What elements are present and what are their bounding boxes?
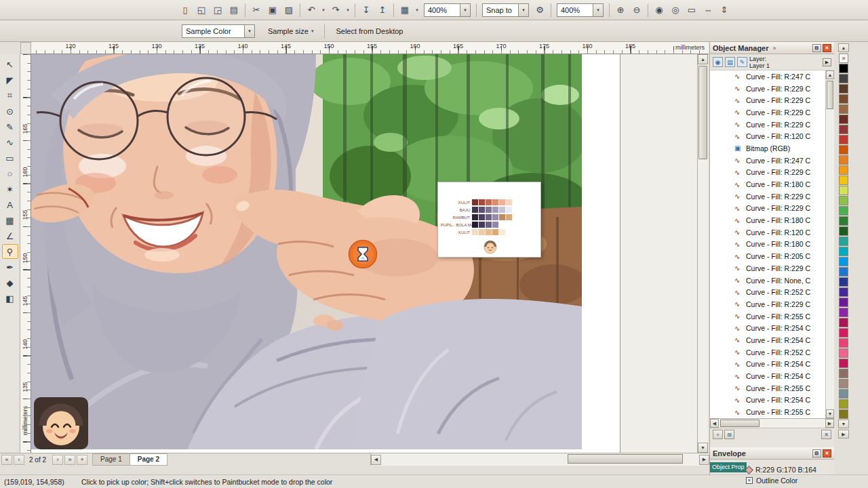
object-manager-item[interactable]: ∿Curve - Fill: R:229 C — [710, 190, 825, 203]
object-manager-item[interactable]: ∿Curve - Fill: R:180 C — [710, 239, 825, 251]
layer-visibility-icon[interactable]: ◉ — [713, 57, 723, 67]
palette-swatch[interactable] — [839, 369, 848, 378]
scroll-left-button[interactable]: ◀ — [710, 419, 719, 428]
object-manager-item[interactable]: ∿Curve - Fill: R:205 C — [710, 250, 825, 262]
offpage-desktop-area[interactable] — [620, 54, 697, 453]
next-page-button[interactable]: › — [52, 455, 63, 465]
object-manager-item[interactable]: ∿Curve - Fill: R:229 C — [710, 106, 825, 119]
object-manager-item[interactable]: ∿Curve - Fill: R:254 C — [710, 322, 825, 334]
shape-tool[interactable]: ◤ — [2, 73, 18, 87]
canvas-area[interactable]: KULITBAJURAMBUTPUPIL - BOLA MATAKULIT — [31, 54, 697, 453]
palette-swatch[interactable] — [839, 308, 848, 317]
docker-close-button[interactable]: ✕ — [823, 449, 831, 458]
object-manager-item[interactable]: ∿Curve - Fill: R:229 C — [710, 203, 825, 215]
palette-swatch[interactable] — [839, 206, 848, 216]
object-manager-item[interactable]: ∿Curve - Fill: R:229 C — [710, 94, 825, 106]
color-eyedropper-tool[interactable]: ⚲ — [2, 244, 18, 259]
zoom-in-button[interactable]: ⊕ — [613, 3, 628, 18]
zoom-levels-combo[interactable]: 400%▾ — [424, 3, 471, 17]
page-tab-page-2[interactable]: Page 2 — [130, 453, 167, 466]
palette-swatch[interactable] — [839, 94, 848, 104]
palette-flyout-button[interactable]: ▶ — [838, 430, 849, 439]
object-manager-title-bar[interactable]: Object Manager » ⊟ ✕ — [710, 42, 834, 54]
palette-swatch[interactable] — [839, 298, 848, 307]
object-manager-item[interactable]: ∿Curve - Fill: R:254 C — [710, 334, 825, 346]
palette-swatch[interactable] — [839, 104, 848, 114]
chevron-down-icon[interactable]: ▾ — [460, 4, 470, 16]
canvas-horizontal-scrollbar[interactable]: ◀ ▶ — [370, 453, 709, 466]
scroll-left-button[interactable]: ◀ — [371, 455, 381, 465]
palette-swatch[interactable] — [839, 135, 848, 144]
zoom-tool[interactable]: ⊙ — [2, 104, 18, 119]
dimension-tool[interactable]: ∠ — [2, 228, 18, 243]
palette-swatch[interactable] — [839, 64, 848, 73]
object-manager-item[interactable]: ∿Curve - Fill: R:255 C — [710, 382, 825, 394]
palette-swatch[interactable]: ✕ — [839, 54, 848, 63]
docker-flyout-icon[interactable]: » — [773, 45, 776, 52]
open-document-button[interactable]: ◱ — [194, 3, 209, 18]
palette-swatch[interactable] — [839, 145, 848, 155]
object-manager-item[interactable]: ∿Curve - Fill: R:229 C — [710, 167, 825, 179]
object-manager-item[interactable]: ∿Curve - Fill: R:247 C — [710, 70, 825, 83]
export-button[interactable]: ↥ — [375, 3, 390, 18]
paste-button[interactable]: ▨ — [281, 3, 296, 18]
palette-swatch[interactable] — [839, 165, 848, 175]
zoom-level-combo[interactable]: 400%▾ — [557, 3, 604, 17]
palette-swatch[interactable] — [839, 155, 848, 165]
palette-swatch[interactable] — [839, 257, 848, 266]
canvas-vertical-scrollbar[interactable]: ▲ ▼ — [697, 54, 708, 453]
palette-swatch[interactable] — [839, 186, 848, 195]
chevron-down-icon[interactable]: ▾ — [244, 25, 254, 37]
crop-tool[interactable]: ⌗ — [2, 88, 18, 103]
sample-size-dropdown[interactable]: Sample size ▾ — [262, 25, 319, 37]
object-manager-item[interactable]: ∿Curve - Fill: R:247 C — [710, 155, 825, 167]
chevron-down-icon[interactable]: ▾ — [344, 3, 351, 18]
palette-swatch[interactable] — [839, 237, 848, 246]
palette-swatch[interactable] — [839, 318, 848, 327]
print-button[interactable]: ▤ — [226, 3, 241, 18]
previous-page-button[interactable]: ‹ — [14, 455, 24, 465]
palette-swatch[interactable] — [839, 359, 848, 368]
freehand-tool[interactable]: ✎ — [2, 119, 18, 134]
cut-button[interactable]: ✂ — [249, 3, 264, 18]
palette-swatch[interactable] — [839, 267, 848, 277]
layer-row[interactable]: ◉ ▤ ✎ Layer: Layer 1 ▶ — [710, 54, 834, 70]
palette-swatch[interactable] — [839, 247, 848, 256]
scroll-up-button[interactable]: ▲ — [826, 70, 834, 79]
object-manager-item[interactable]: ∿Curve - Fill: R:229 C — [710, 83, 825, 95]
table-tool[interactable]: ▦ — [2, 213, 18, 228]
docker-rollup-button[interactable]: ⊟ — [812, 449, 821, 458]
palette-swatch[interactable] — [839, 399, 848, 409]
new-master-layer-button[interactable]: ⊞ — [724, 430, 734, 439]
zoom-to-page-button[interactable]: ▭ — [684, 3, 699, 18]
horizontal-ruler[interactable]: millimeters 1201251301351401451501551601… — [31, 42, 709, 54]
object-manager-item[interactable]: ∿Curve - Fill: R:180 C — [710, 214, 825, 226]
palette-swatch[interactable] — [839, 328, 848, 338]
polygon-tool[interactable]: ✶ — [2, 182, 18, 197]
object-manager-item[interactable]: ∿Curve - Fill: R:255 C — [710, 406, 825, 418]
application-launcher-button[interactable]: ▦ — [397, 3, 412, 18]
redo-button[interactable]: ↷ — [328, 3, 343, 18]
new-layer-button[interactable]: + — [713, 430, 723, 439]
palette-swatch[interactable] — [839, 74, 848, 83]
scroll-right-button[interactable]: ▶ — [699, 455, 709, 465]
zoom-all-objects-button[interactable]: ◎ — [668, 3, 683, 18]
palette-swatch[interactable] — [839, 379, 848, 388]
options-button[interactable]: ⚙ — [532, 3, 547, 18]
import-button[interactable]: ↧ — [359, 3, 374, 18]
last-page-button[interactable]: » — [64, 455, 75, 465]
new-document-button[interactable]: ▯ — [178, 3, 193, 18]
text-tool[interactable]: A — [2, 197, 18, 212]
scroll-up-button[interactable]: ▲ — [698, 54, 708, 64]
chevron-down-icon[interactable]: ▾ — [518, 4, 528, 16]
object-manager-item[interactable]: ∿Curve - Fill: R:252 C — [710, 286, 825, 298]
sample-color-combo[interactable]: Sample Color ▾ — [182, 24, 255, 38]
palette-swatch[interactable] — [839, 196, 848, 205]
zoom-out-button[interactable]: ⊖ — [629, 3, 644, 18]
palette-scroll-down-button[interactable]: ▼ — [838, 420, 849, 428]
rectangle-tool[interactable]: ▭ — [2, 150, 18, 165]
copy-button[interactable]: ▣ — [265, 3, 280, 18]
object-manager-item[interactable]: ∿Curve - Fill: None, C — [710, 274, 825, 287]
layer-flyout-button[interactable]: ▶ — [823, 58, 831, 66]
chevron-down-icon[interactable]: ▾ — [414, 3, 420, 18]
